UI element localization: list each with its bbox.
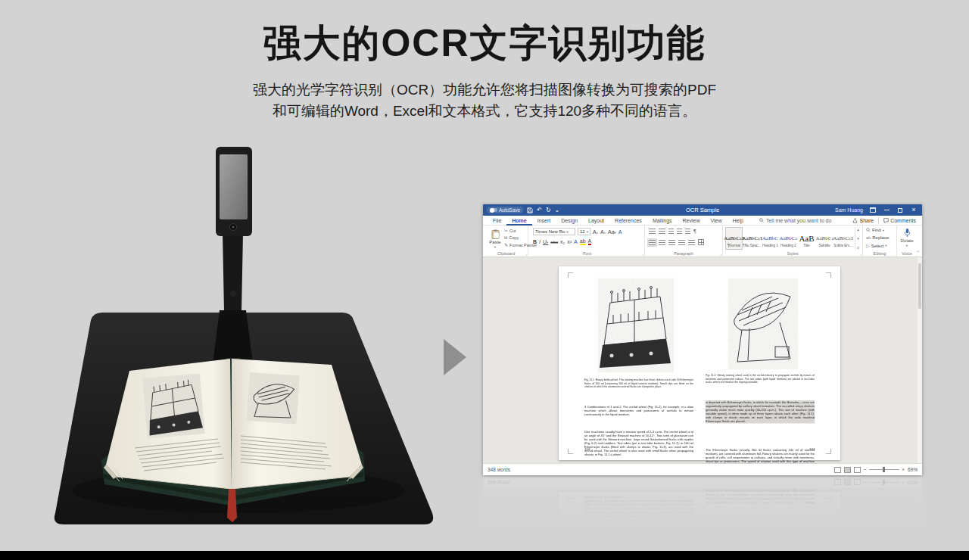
dictate-button[interactable]: Dictate ▾ <box>897 228 917 247</box>
style-no-spacing[interactable]: AaBbCcI ¶No Spac... <box>743 227 761 250</box>
styles-scroll-up-icon[interactable]: ▴ <box>857 227 859 232</box>
tab-references[interactable]: References <box>609 216 647 226</box>
tab-help[interactable]: Help <box>728 216 749 226</box>
select-button[interactable]: ▷ Select ▾ <box>866 243 887 248</box>
collapse-ribbon-icon[interactable]: ⌃ <box>916 250 920 255</box>
page-title: 强大的OCR文字识别功能 <box>0 18 969 69</box>
close-button[interactable]: × <box>910 207 918 213</box>
save-icon[interactable] <box>527 207 533 213</box>
zoom-slider-track[interactable] <box>869 469 899 470</box>
minimize-button[interactable] <box>883 207 890 213</box>
scanner-scene-graphic <box>38 135 462 534</box>
align-right-icon[interactable] <box>668 240 675 245</box>
vertical-scrollbar[interactable] <box>918 257 922 463</box>
zoom-level[interactable]: 69% <box>908 467 918 472</box>
share-button[interactable]: Share <box>852 218 874 223</box>
align-left-icon[interactable] <box>649 240 656 245</box>
font-family-select[interactable]: Times New Ro▾ <box>533 228 575 235</box>
minimize-icon <box>884 210 890 210</box>
zoom-in-icon[interactable]: + <box>902 467 905 472</box>
document-page[interactable]: Fig. 11.1. Rotary bottle-wheel. This rot… <box>559 266 840 460</box>
bold-button[interactable]: B <box>533 239 537 244</box>
style-normal[interactable]: AaBbCcI ¶Normal <box>725 227 743 250</box>
subscript-button[interactable]: x₂ <box>560 239 565 244</box>
change-case-button[interactable]: Aa▾ <box>608 229 616 235</box>
style-title[interactable]: AaB Title <box>798 227 815 250</box>
word-count[interactable]: 348 words <box>488 467 510 472</box>
decrease-indent-icon[interactable] <box>677 229 682 234</box>
copy-icon: ⧉ <box>504 235 507 241</box>
style-heading-1[interactable]: AaBbC Heading 1 <box>762 227 779 250</box>
left-page-paragraph-2: Disc machines usually have a rotation sp… <box>584 495 693 522</box>
restore-icon <box>898 208 902 213</box>
styles-scroll-down-icon[interactable]: ▾ <box>857 236 859 241</box>
left-figure-caption: Fig. 11.1. Rotary bottle-wheel. This rot… <box>584 378 693 388</box>
tab-file[interactable]: File <box>488 216 506 226</box>
find-button[interactable]: Find ▾ <box>866 228 884 232</box>
style-subtle-emphasis[interactable]: AaBbCcI Subtle Em... <box>834 227 852 250</box>
redo-icon[interactable]: ↻ <box>546 207 551 213</box>
footer-bar <box>0 551 969 560</box>
strikethrough-button[interactable]: abc <box>550 240 558 244</box>
bullets-icon[interactable] <box>649 229 656 234</box>
styles-gallery: AaBbCcI ¶Normal AaBbCcI ¶No Spac... AaBb… <box>725 227 852 250</box>
text-highlight-button[interactable]: ab <box>580 238 586 245</box>
read-mode-icon[interactable] <box>834 467 841 473</box>
tab-home[interactable]: Home <box>506 216 531 226</box>
font-size-select[interactable]: 12▾ <box>578 228 590 235</box>
tab-insert[interactable]: Insert <box>532 216 556 226</box>
clear-formatting-button[interactable]: A <box>618 229 622 235</box>
comments-button[interactable]: Comments <box>883 218 916 223</box>
grow-font-button[interactable]: A˄ <box>593 229 598 235</box>
tab-mailings[interactable]: Mailings <box>647 216 678 226</box>
comments-label: Comments <box>890 218 916 223</box>
customize-qat-icon[interactable]: ⌄ <box>555 207 560 213</box>
left-page-number: 102 <box>584 447 590 451</box>
tab-view[interactable]: View <box>706 216 728 226</box>
restore-button[interactable] <box>896 207 904 213</box>
web-layout-icon[interactable] <box>854 467 861 473</box>
underline-button[interactable]: U▾ <box>543 239 548 244</box>
autosave-toggle[interactable]: AutoSave <box>487 207 523 213</box>
tab-layout[interactable]: Layout <box>583 216 609 226</box>
subtitle-line-2: 和可编辑的Word，Excel和文本格式，它支持120多种不同的语言。 <box>0 101 969 122</box>
zoom-out-icon[interactable]: − <box>864 467 867 472</box>
italic-button[interactable]: I <box>539 239 541 244</box>
scanned-figure-right <box>727 277 799 371</box>
zoom-slider-thumb[interactable] <box>883 467 885 472</box>
styles-gallery-more-icon[interactable]: ≡ <box>857 245 859 250</box>
line-spacing-icon[interactable] <box>688 240 695 245</box>
align-center-icon[interactable] <box>659 240 665 245</box>
borders-icon[interactable] <box>698 239 704 245</box>
text-effects-button[interactable]: A <box>574 239 578 244</box>
paste-label: Paste <box>489 240 500 244</box>
superscript-button[interactable]: x² <box>567 239 572 244</box>
replace-button[interactable]: ab Replace <box>866 235 889 240</box>
user-name[interactable]: Sam Huang <box>835 207 863 213</box>
replace-icon: ab <box>866 235 871 240</box>
paste-button[interactable]: Paste ▾ <box>487 228 503 250</box>
comments-icon <box>883 218 889 223</box>
undo-icon[interactable]: ↶ <box>537 207 542 213</box>
shrink-font-button[interactable]: A˅ <box>600 229 606 235</box>
justify-icon[interactable] <box>678 240 685 245</box>
font-color-button[interactable]: A <box>588 238 592 245</box>
tab-review[interactable]: Review <box>678 216 706 226</box>
scanned-figure-left <box>595 277 677 375</box>
multilevel-list-icon[interactable] <box>668 229 674 234</box>
autosave-switch-icon[interactable] <box>490 208 497 212</box>
increase-indent-icon[interactable] <box>685 229 690 234</box>
statusbar-right: − + 69% <box>834 480 918 486</box>
style-heading-2[interactable]: AaBbCc Heading 2 <box>780 227 797 250</box>
right-figure-caption: Fig. 11.2. Slowly rotating wheel used in… <box>706 374 815 384</box>
show-paragraph-marks-icon[interactable]: ¶ <box>693 229 696 234</box>
numbering-icon[interactable] <box>659 229 665 234</box>
scanned-page-right: Fig. 11.2. Slowly rotating wheel used in… <box>706 277 815 451</box>
tab-design[interactable]: Design <box>556 216 583 226</box>
margin-mark-bottom-right <box>826 498 831 503</box>
tabrow-divider <box>878 217 879 224</box>
style-subtitle[interactable]: AaBbCc Subtitle <box>816 227 833 250</box>
tell-me-search[interactable]: Tell me what you want to do <box>759 218 831 223</box>
ribbon-display-options-button[interactable] <box>869 207 877 213</box>
print-layout-icon[interactable] <box>844 467 851 473</box>
